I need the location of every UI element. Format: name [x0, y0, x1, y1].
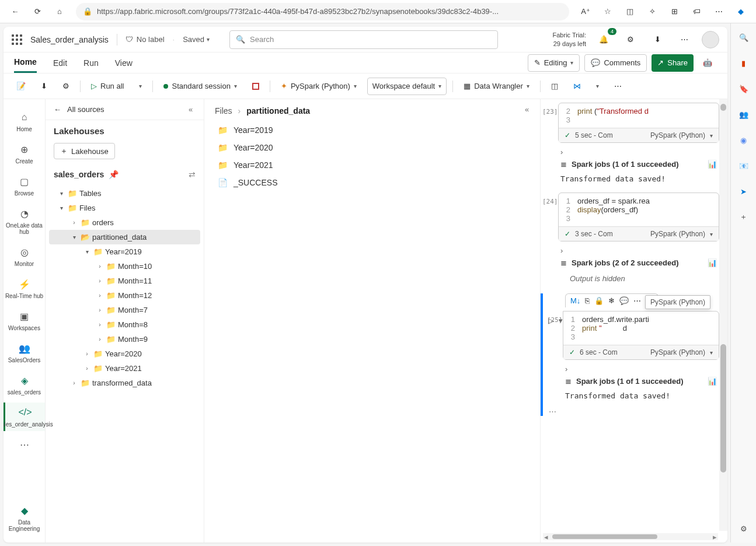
lock-icon[interactable]: 🔒	[594, 296, 604, 305]
stop-button[interactable]	[248, 78, 264, 95]
split-icon[interactable]: ◫	[621, 2, 639, 21]
nav-realtime[interactable]: ⚡Real-Time hub	[4, 274, 45, 303]
expand-output-icon[interactable]: ›	[565, 365, 567, 373]
save-status[interactable]: Saved ▾	[183, 35, 210, 44]
app-launcher-icon[interactable]	[12, 34, 22, 45]
tree-node-orders[interactable]: ›📁orders	[49, 215, 200, 230]
trial-status[interactable]: Fabric Trial: 29 days left	[553, 31, 586, 48]
send-icon[interactable]: ➤	[738, 186, 750, 197]
settings-rail-icon[interactable]: ⚙	[738, 523, 750, 534]
copilot-rail-icon[interactable]: ◉	[738, 134, 750, 146]
lakehouse-name-row[interactable]: sales_orders 📌 ⇄	[46, 163, 204, 184]
home-button[interactable]: ⌂	[50, 2, 69, 21]
code-content[interactable]: 1orders_df = spark.rea2display(orders_df…	[559, 193, 719, 226]
tree-node-month-7[interactable]: ›📁Month=7	[49, 303, 200, 317]
vscode-dropdown[interactable]: ▾	[591, 78, 604, 95]
search-input[interactable]: 🔍 Search	[229, 30, 498, 49]
nav-monitor[interactable]: ◎Monitor	[4, 242, 45, 271]
shopping-icon[interactable]: 🏷	[687, 2, 706, 21]
language-selector[interactable]: ✦ PySpark (Python) ▾	[276, 78, 361, 95]
copilot-icon[interactable]: ◆	[731, 2, 750, 21]
collections-icon[interactable]: ✧	[643, 2, 661, 21]
run-dropdown[interactable]: ▾	[134, 78, 147, 95]
tree-node-year-2020[interactable]: ›📁Year=2020	[49, 346, 200, 361]
tag-icon[interactable]: 🔖	[738, 83, 750, 94]
nav-persona[interactable]: ◆Data Engineering	[4, 501, 45, 536]
tab-home[interactable]: Home	[14, 52, 37, 73]
markdown-icon[interactable]: M↓	[570, 296, 580, 305]
sensitivity-label[interactable]: 🛡 No label	[126, 35, 165, 44]
save-icon[interactable]: 📝	[12, 78, 30, 95]
back-arrow-icon[interactable]: ←	[54, 105, 61, 114]
downloads-button[interactable]: ⬇	[648, 30, 667, 49]
nav-workspaces[interactable]: ▣Workspaces	[4, 306, 45, 335]
tree-node-month-12[interactable]: ›📁Month=12	[49, 288, 200, 303]
pin-icon[interactable]: 📌	[109, 170, 119, 179]
session-status[interactable]: Standard session ▾	[159, 78, 241, 95]
swap-icon[interactable]: ⇄	[189, 170, 196, 179]
nav-notebook-item[interactable]: </>Sales_order_analysis	[4, 402, 45, 431]
horizontal-scrollbar[interactable]: ◂ ▸	[543, 533, 718, 540]
collapse-left-icon[interactable]: «	[189, 105, 198, 114]
cell-lang[interactable]: PySpark (Python)	[650, 131, 705, 139]
collapse-right-icon[interactable]: «	[525, 105, 534, 114]
tree-node-month-9[interactable]: ›📁Month=9	[49, 332, 200, 346]
data-wrangler-button[interactable]: ▦ Data Wrangler ▾	[459, 78, 534, 95]
snowflake-icon[interactable]: ❄	[608, 296, 615, 305]
tree-node-year-2021[interactable]: ›📁Year=2021	[49, 361, 200, 376]
avatar[interactable]	[702, 31, 719, 48]
copilot-ribbon-icon[interactable]: 🤖	[698, 54, 717, 72]
run-all-button[interactable]: ▷ Run all	[86, 78, 128, 95]
comment-cell-icon[interactable]: 💬	[619, 296, 629, 305]
add-lakehouse-button[interactable]: ＋ Lakehouse	[54, 143, 115, 159]
chevron-down-icon[interactable]: ▾	[710, 349, 713, 356]
spark-jobs-row[interactable]: ≣ Spark jobs (2 of 2 succeeded) 📊	[541, 255, 722, 271]
code-cell[interactable]: ▷ ▾1orders_df.write.parti2print " d3 [25…	[563, 311, 719, 360]
nav-home[interactable]: ⌂Home	[4, 107, 45, 136]
vscode-icon[interactable]: ⋈	[569, 78, 586, 95]
share-button[interactable]: ↗ Share	[652, 54, 694, 72]
search-icon[interactable]: 🔍	[738, 32, 750, 43]
refresh-button[interactable]: ⟳	[28, 2, 47, 21]
chart-icon[interactable]: 📊	[708, 377, 717, 386]
file-row[interactable]: 📁Year=2019	[215, 121, 529, 139]
notifications-button[interactable]: 🔔4	[594, 30, 613, 49]
code-content[interactable]: 2print ("Transformed d3	[559, 103, 719, 128]
editing-mode-button[interactable]: ✎ Editing ▾	[528, 54, 580, 72]
tab-view[interactable]: View	[115, 54, 133, 72]
gear-icon[interactable]: ⚙	[58, 78, 74, 95]
nav-browse[interactable]: ▢Browse	[4, 172, 45, 200]
environment-selector[interactable]: Workspace default ▾	[367, 78, 447, 95]
breadcrumb-root[interactable]: Files	[215, 106, 232, 116]
read-aloud-icon[interactable]: A⁺	[576, 2, 595, 21]
file-row[interactable]: 📄_SUCCESS	[215, 174, 529, 191]
notebook-title[interactable]: Sales_order_analysis	[30, 35, 109, 44]
file-row[interactable]: 📁Year=2021	[215, 156, 529, 174]
chart-icon[interactable]: 📊	[708, 258, 717, 267]
download-icon[interactable]: ⬇	[36, 78, 52, 95]
vertical-scrollbar[interactable]	[719, 99, 727, 531]
plus-icon[interactable]: ＋	[738, 211, 750, 223]
spark-jobs-row[interactable]: ≣ Spark jobs (1 of 1 succeeded) 📊	[545, 373, 722, 389]
outlook-icon[interactable]: 📧	[738, 160, 750, 172]
nav-create[interactable]: ⊕Create	[4, 139, 45, 168]
copy-icon[interactable]: ⎘	[585, 296, 590, 305]
spark-jobs-row[interactable]: ≣ Spark jobs (1 of 1 succeeded) 📊	[541, 156, 722, 172]
tree-node-month-10[interactable]: ›📁Month=10	[49, 259, 200, 274]
overflow-icon[interactable]: ⋯	[609, 78, 626, 95]
file-row[interactable]: 📁Year=2020	[215, 139, 529, 156]
tab-edit[interactable]: Edit	[53, 54, 67, 72]
code-cell[interactable]: 2print ("Transformed d3 [23] ✓ 5 sec - C…	[558, 103, 719, 143]
nav-more[interactable]: ⋯	[4, 435, 45, 454]
comments-button[interactable]: 💬 Comments	[584, 54, 647, 72]
tree-node-partitioned-data[interactable]: ▾📂partitioned_data	[49, 230, 200, 244]
code-content[interactable]: 1orders_df.write.parti2print " d3	[563, 312, 719, 345]
nav-lakehouse-item[interactable]: ◈sales_orders	[4, 370, 45, 399]
all-sources-link[interactable]: All sources	[67, 105, 104, 114]
tree-node-year-2019[interactable]: ▾📁Year=2019	[49, 244, 200, 259]
url-bar[interactable]: 🔒 https://app.fabric.microsoft.com/group…	[76, 3, 569, 20]
chevron-down-icon[interactable]: ▾	[710, 231, 713, 237]
tab-run[interactable]: Run	[83, 54, 99, 72]
expand-output-icon[interactable]: ›	[560, 246, 563, 255]
cell-more-icon[interactable]: ⋯	[545, 406, 722, 416]
